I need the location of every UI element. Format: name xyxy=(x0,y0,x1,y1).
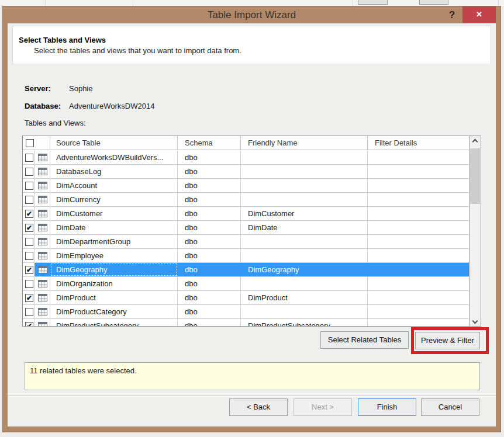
table-row[interactable]: ✔ DimProductSubcategory dbo DimProductSu… xyxy=(23,319,470,327)
background-grid-line xyxy=(353,0,353,6)
schema-cell: dbo xyxy=(178,193,241,206)
row-checkbox-cell xyxy=(23,165,35,178)
table-rows: AdventureWorksDWBuildVers... dbo Databas… xyxy=(23,151,470,326)
table-row[interactable]: ✔ DimCustomer dbo DimCustomer xyxy=(23,207,470,221)
background-grid-line xyxy=(45,0,46,6)
schema-cell: dbo xyxy=(178,221,241,234)
table-grid-icon xyxy=(38,196,47,205)
finish-button[interactable]: Finish xyxy=(358,398,416,416)
friendly-name-cell[interactable] xyxy=(241,249,368,262)
friendly-name-cell[interactable] xyxy=(241,277,368,290)
filter-details-cell xyxy=(368,263,470,276)
row-checkbox[interactable] xyxy=(25,238,33,246)
friendly-name-cell[interactable] xyxy=(241,193,368,206)
friendly-name-cell[interactable]: DimDate xyxy=(241,221,368,234)
row-checkbox[interactable]: ✔ xyxy=(25,322,33,327)
source-table-cell: DimProductSubcategory xyxy=(50,319,178,327)
server-value: Sophie xyxy=(69,84,92,93)
row-checkbox[interactable] xyxy=(25,308,33,316)
row-icon-cell xyxy=(35,235,50,248)
row-icon-cell xyxy=(35,207,50,220)
select-related-tables-button[interactable]: Select Related Tables xyxy=(320,331,409,349)
column-header-friendly-name[interactable]: Friendly Name xyxy=(241,136,368,150)
schema-cell: dbo xyxy=(178,179,241,192)
status-message-box: 11 related tables were selected. xyxy=(25,362,480,390)
row-checkbox[interactable] xyxy=(25,196,33,204)
friendly-name-cell[interactable]: DimProduct xyxy=(241,291,368,304)
friendly-name-cell[interactable] xyxy=(241,305,368,318)
row-icon-cell xyxy=(35,319,50,327)
schema-cell: dbo xyxy=(178,165,241,178)
row-checkbox-cell: ✔ xyxy=(23,221,35,234)
row-checkbox[interactable] xyxy=(25,154,33,162)
close-button[interactable]: ✕ xyxy=(462,6,496,23)
source-table-cell: DimOrganization xyxy=(50,277,178,290)
database-label: Database: xyxy=(25,102,61,111)
filter-details-cell xyxy=(368,319,470,327)
filter-details-cell xyxy=(368,179,470,192)
table-row[interactable]: DimProductCategory dbo xyxy=(23,305,470,319)
scrollbar-thumb[interactable] xyxy=(470,148,480,204)
row-checkbox-cell xyxy=(23,179,35,192)
table-row[interactable]: DimAccount dbo xyxy=(23,179,470,193)
row-icon-cell xyxy=(35,193,50,206)
back-button[interactable]: < Back xyxy=(229,398,288,416)
column-header-source-table[interactable]: Source Table xyxy=(50,136,178,150)
friendly-name-cell[interactable] xyxy=(241,179,368,192)
table-row[interactable]: ✔ DimDate dbo DimDate xyxy=(23,221,470,235)
table-grid-icon xyxy=(38,168,47,177)
filter-details-cell xyxy=(368,249,470,262)
row-icon-cell xyxy=(35,165,50,178)
friendly-name-cell[interactable]: DimProductSubcategory xyxy=(241,319,368,327)
row-checkbox[interactable]: ✔ xyxy=(25,224,33,232)
schema-cell: dbo xyxy=(178,151,241,164)
row-icon-cell xyxy=(35,151,50,164)
table-row[interactable]: AdventureWorksDWBuildVers... dbo xyxy=(23,151,470,165)
column-header-schema[interactable]: Schema xyxy=(178,136,241,150)
cancel-button[interactable]: Cancel xyxy=(421,398,479,416)
footer-divider xyxy=(8,396,496,397)
scroll-down-button[interactable] xyxy=(470,316,481,326)
filter-details-cell xyxy=(368,305,470,318)
row-checkbox[interactable]: ✔ xyxy=(25,294,33,302)
table-import-wizard-dialog: Table Import Wizard ? ✕ Select Tables an… xyxy=(2,6,501,432)
friendly-name-cell[interactable]: DimGeography xyxy=(241,263,368,276)
table-row[interactable]: ✔ DimProduct dbo DimProduct xyxy=(23,291,470,305)
row-checkbox-cell xyxy=(23,151,35,164)
scroll-up-button[interactable] xyxy=(470,136,481,146)
preview-and-filter-button[interactable]: Preview & Filter xyxy=(415,332,480,349)
select-all-checkbox[interactable] xyxy=(26,139,34,147)
table-header-row: Source Table Schema Friendly Name Filter… xyxy=(23,136,470,150)
filter-details-cell xyxy=(368,235,470,248)
row-icon-cell xyxy=(35,249,50,262)
table-row[interactable]: ✔ DimGeography dbo DimGeography xyxy=(23,263,470,277)
friendly-name-cell[interactable] xyxy=(241,151,368,164)
table-row[interactable]: DimOrganization dbo xyxy=(23,277,470,291)
filter-details-cell xyxy=(368,291,470,304)
table-row[interactable]: DimEmployee dbo xyxy=(23,249,470,263)
source-table-cell: DimProduct xyxy=(50,291,178,304)
vertical-scrollbar[interactable] xyxy=(469,136,481,326)
source-table-cell: DimDepartmentGroup xyxy=(50,235,178,248)
row-checkbox[interactable] xyxy=(25,182,33,190)
friendly-name-cell[interactable] xyxy=(241,235,368,248)
friendly-name-cell[interactable] xyxy=(241,165,368,178)
schema-cell: dbo xyxy=(178,263,241,276)
dialog-title: Table Import Wizard xyxy=(3,6,500,23)
friendly-name-cell[interactable]: DimCustomer xyxy=(241,207,368,220)
help-icon[interactable]: ? xyxy=(445,8,459,23)
table-row[interactable]: DimCurrency dbo xyxy=(23,193,470,207)
step-title: Select Tables and Views xyxy=(19,36,106,44)
column-header-filter-details[interactable]: Filter Details xyxy=(368,136,470,150)
schema-cell: dbo xyxy=(178,249,241,262)
row-checkbox[interactable]: ✔ xyxy=(25,266,33,274)
row-checkbox[interactable]: ✔ xyxy=(25,210,33,218)
chevron-up-icon xyxy=(472,139,478,145)
table-row[interactable]: DimDepartmentGroup dbo xyxy=(23,235,470,249)
row-checkbox[interactable] xyxy=(25,252,33,260)
filter-details-cell xyxy=(368,165,470,178)
table-row[interactable]: DatabaseLog dbo xyxy=(23,165,470,179)
header-checkbox-cell xyxy=(23,136,50,150)
row-checkbox[interactable] xyxy=(25,168,33,176)
row-checkbox[interactable] xyxy=(25,280,33,288)
